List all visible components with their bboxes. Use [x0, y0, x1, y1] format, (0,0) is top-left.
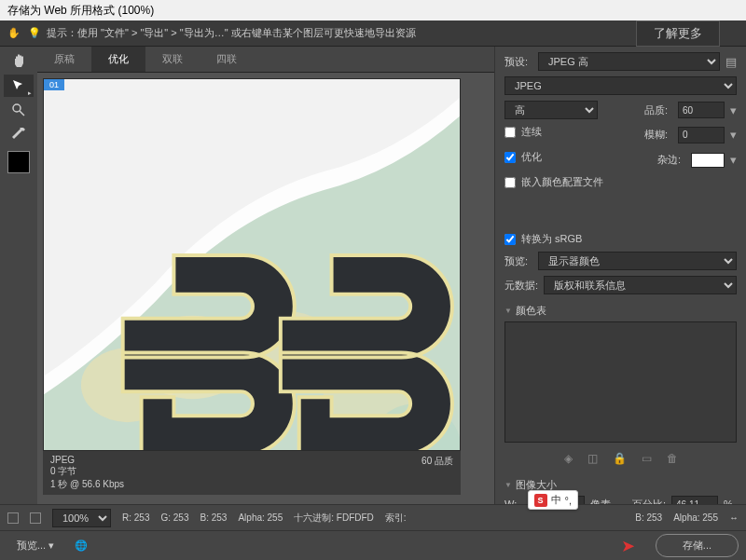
- tab-4up[interactable]: 四联: [200, 47, 254, 72]
- ime-lang: 中: [551, 493, 561, 507]
- slice-select-tool[interactable]: ▸: [4, 75, 34, 97]
- preview-label: 预览:: [504, 254, 532, 268]
- ime-indicator[interactable]: S 中 °,: [528, 490, 578, 510]
- tab-2up[interactable]: 双联: [145, 47, 200, 72]
- blur-label: 模糊:: [644, 128, 672, 142]
- blur-dropdown-icon[interactable]: ▾: [730, 128, 737, 142]
- scrub-icon[interactable]: ↔: [729, 512, 739, 523]
- color-table-toolbar: ◈ ◫ 🔒 ▭ 🗑: [504, 448, 737, 469]
- bulb-icon: 💡: [28, 27, 41, 39]
- hint-bar: ✋ 💡 提示：使用 "文件" > "导出" > "导出为…" 或右键单击某个图层…: [0, 20, 746, 47]
- browser-icon[interactable]: 🌐: [75, 540, 88, 552]
- foreground-color[interactable]: [7, 151, 30, 173]
- tab-original[interactable]: 原稿: [37, 47, 91, 72]
- matte-dropdown-icon[interactable]: ▾: [730, 153, 737, 167]
- status-bar: 100% R: 253 G: 253 B: 253 Alpha: 255 十六进…: [0, 504, 746, 530]
- preset-menu-icon[interactable]: ▤: [725, 55, 737, 69]
- sb-icon-1[interactable]: [7, 512, 19, 524]
- format-select[interactable]: JPEG: [504, 76, 737, 95]
- info-size: 0 字节: [50, 465, 124, 478]
- matte-label: 杂边:: [657, 153, 685, 167]
- preview-info: JPEG 0 字节 1 秒 @ 56.6 Kbps 60 品质: [43, 451, 461, 495]
- embed-profile-checkbox[interactable]: [504, 177, 516, 188]
- sb-icon-2[interactable]: [30, 512, 41, 524]
- hand-tool[interactable]: [4, 50, 34, 73]
- status-a2: Alpha: 255: [673, 512, 718, 523]
- metadata-select[interactable]: 版权和联系信息: [544, 276, 737, 294]
- window-title: 存储为 Web 所用格式 (100%): [7, 4, 154, 17]
- info-time: 1 秒 @ 56.6 Kbps: [50, 478, 124, 491]
- srgb-checkbox[interactable]: [504, 234, 516, 245]
- preview-image: [44, 79, 460, 450]
- action-bar: 预览... ▾ 🌐 ➤ 存储...: [0, 530, 746, 560]
- ct-new-icon[interactable]: ▭: [642, 452, 652, 465]
- svg-point-0: [13, 104, 21, 112]
- quality-label: 品质:: [644, 103, 672, 117]
- settings-panel: 预设: JPEG 高 ▤ JPEG 高 品质: ▾ 连续 模糊: ▾ 优化 杂边…: [494, 47, 746, 521]
- zoom-tool[interactable]: [4, 99, 34, 121]
- status-alpha: Alpha: 255: [238, 512, 283, 523]
- optimized-label: 优化: [521, 150, 542, 164]
- info-quality: 60 品质: [421, 455, 453, 468]
- hand-icon: ✋: [7, 27, 21, 39]
- preview-select[interactable]: 显示器颜色: [538, 252, 737, 270]
- progressive-checkbox[interactable]: [504, 127, 516, 138]
- srgb-label: 转换为 sRGB: [521, 232, 582, 246]
- save-button[interactable]: 存储...: [656, 534, 739, 557]
- zoom-select[interactable]: 100%: [52, 509, 111, 527]
- window-titlebar: 存储为 Web 所用格式 (100%): [0, 0, 746, 20]
- status-hex: 十六进制: FDFDFD: [294, 512, 374, 525]
- left-toolbar: ▸: [0, 47, 37, 521]
- ct-lock-icon[interactable]: 🔒: [613, 452, 627, 465]
- status-index: 索引:: [385, 512, 407, 525]
- preset-select[interactable]: JPEG 高: [538, 52, 720, 71]
- preset-label: 预设:: [504, 55, 532, 69]
- tab-optimized[interactable]: 优化: [91, 47, 145, 72]
- preview-canvas-frame[interactable]: 01: [43, 78, 461, 451]
- color-table-header[interactable]: 颜色表: [504, 304, 737, 318]
- quality-dropdown-icon[interactable]: ▾: [730, 103, 737, 117]
- svg-line-1: [20, 111, 24, 116]
- preview-button[interactable]: 预览... ▾: [7, 535, 63, 556]
- color-table: [504, 321, 737, 443]
- status-r: R: 253: [122, 512, 149, 523]
- hint-text: 提示：使用 "文件" > "导出" > "导出为…" 或右键单击某个图层可更快速…: [47, 26, 636, 40]
- slice-badge: 01: [44, 79, 64, 90]
- eyedropper-tool[interactable]: [4, 123, 34, 145]
- preview-tabs: 原稿 优化 双联 四联: [37, 47, 494, 73]
- optimized-checkbox[interactable]: [504, 152, 516, 163]
- quality-input[interactable]: [678, 102, 725, 118]
- ct-delete-icon[interactable]: 🗑: [667, 452, 678, 465]
- matte-color[interactable]: [691, 153, 725, 168]
- red-arrow-annotation: ➤: [621, 536, 635, 556]
- blur-input[interactable]: [678, 127, 725, 143]
- embed-profile-label: 嵌入颜色配置文件: [521, 175, 603, 189]
- metadata-label: 元数据:: [504, 279, 538, 293]
- ct-shift-icon[interactable]: ◫: [587, 452, 598, 465]
- compression-select[interactable]: 高: [504, 101, 598, 119]
- info-format: JPEG: [50, 455, 124, 465]
- ct-pick-icon[interactable]: ◈: [564, 452, 573, 465]
- status-b2: B: 253: [635, 512, 662, 523]
- learn-more-button[interactable]: 了解更多: [636, 20, 720, 47]
- status-b: B: 253: [200, 512, 228, 523]
- ime-punct-icon: °,: [565, 495, 572, 506]
- progressive-label: 连续: [521, 125, 542, 139]
- status-g: G: 253: [160, 512, 188, 523]
- ime-s-icon: S: [534, 494, 547, 507]
